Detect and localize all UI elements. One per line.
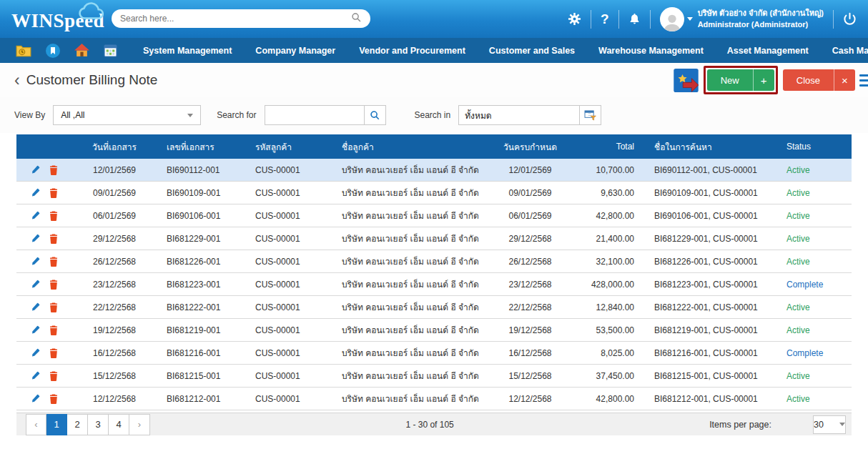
chevron-down-icon[interactable] <box>687 17 693 21</box>
nav-item-system-management[interactable]: System Management <box>143 46 232 56</box>
delete-trash-icon[interactable] <box>49 280 58 290</box>
search-in-input[interactable] <box>458 105 580 125</box>
cust-code-cell: CUS-00001 <box>248 165 332 175</box>
doc-date-cell: 06/01/2569 <box>72 211 157 221</box>
header-cust-code[interactable]: รหัสลูกค้า <box>248 140 332 154</box>
app-logo[interactable]: WINSpeed <box>11 0 119 38</box>
edit-pencil-icon[interactable] <box>31 188 40 197</box>
side-menu-hamburger-icon[interactable] <box>859 74 868 87</box>
table-row[interactable]: 22/12/2568 BI681222-001 CUS-00001 บริษัท… <box>16 296 852 319</box>
nav-item-company-manager[interactable]: Company Manager <box>255 46 335 56</box>
search-name-cell: BI681222-001, CUS-00001 <box>647 302 786 312</box>
nav-item-warehouse-management[interactable]: Warehouse Management <box>598 46 704 56</box>
user-avatar[interactable] <box>660 7 684 31</box>
page-button-1[interactable]: 1 <box>46 414 67 435</box>
table-row[interactable]: 12/12/2568 BI681212-001 CUS-00001 บริษัท… <box>16 388 852 410</box>
calendar-icon[interactable] <box>104 44 117 57</box>
prev-page-button[interactable]: ‹ <box>26 414 46 435</box>
doc-no-cell: BI681226-001 <box>157 257 248 267</box>
edit-pencil-icon[interactable] <box>31 394 40 403</box>
home-icon[interactable] <box>74 44 89 57</box>
cust-name-cell: บริษัท คอนเวเยอร์ เอ็ม แอนด์ อี จำกัด <box>332 209 493 222</box>
shortcut-flag-icon[interactable] <box>674 69 699 92</box>
table-row[interactable]: 06/01/2569 BI690106-001 CUS-00001 บริษัท… <box>16 204 852 227</box>
delete-trash-icon[interactable] <box>49 348 58 358</box>
edit-pencil-icon[interactable] <box>31 234 40 243</box>
header-doc-no[interactable]: เลขที่เอกสาร <box>157 140 248 154</box>
total-cell: 8,025.00 <box>567 348 647 358</box>
total-cell: 42,800.00 <box>567 394 647 404</box>
column-filter-icon[interactable] <box>580 105 601 125</box>
delete-trash-icon[interactable] <box>49 394 58 404</box>
status-badge: Active <box>786 394 852 404</box>
delete-trash-icon[interactable] <box>49 302 58 312</box>
table-row[interactable]: 15/12/2568 BI681215-001 CUS-00001 บริษัท… <box>16 365 852 388</box>
delete-trash-icon[interactable] <box>49 165 58 175</box>
settings-gear-icon[interactable] <box>568 12 581 26</box>
page-button-2[interactable]: 2 <box>67 414 88 435</box>
delete-trash-icon[interactable] <box>49 371 58 381</box>
table-row[interactable]: 26/12/2568 BI681226-001 CUS-00001 บริษัท… <box>16 250 852 273</box>
edit-pencil-icon[interactable] <box>31 280 40 289</box>
delete-trash-icon[interactable] <box>49 188 58 198</box>
nav-item-cash-management[interactable]: Cash Management <box>832 46 868 56</box>
cust-name-cell: บริษัท คอนเวเยอร์ เอ็ม แอนด์ อี จำกัด <box>332 186 493 199</box>
cust-name-cell: บริษัท คอนเวเยอร์ เอ็ม แอนด์ อี จำกัด <box>332 163 493 177</box>
total-cell: 37,450.00 <box>567 371 647 381</box>
quick-icons <box>16 44 117 58</box>
top-header-bar: WINSpeed ? <box>0 0 868 38</box>
global-search[interactable] <box>112 9 370 28</box>
nav-item-vendor-procurement[interactable]: Vendor and Procurement <box>359 46 465 56</box>
table-row[interactable]: 19/12/2568 BI681219-001 CUS-00001 บริษัท… <box>16 319 852 342</box>
header-due-date[interactable]: วันครบกำหนด <box>493 140 567 154</box>
new-button-label: New <box>707 69 753 91</box>
new-button[interactable]: New + <box>707 69 774 91</box>
cust-code-cell: CUS-00001 <box>248 325 332 335</box>
edit-pencil-icon[interactable] <box>31 302 40 312</box>
search-icon[interactable] <box>351 12 362 26</box>
new-plus-icon[interactable]: + <box>753 69 774 91</box>
page-actions: New + Close × <box>674 66 855 94</box>
delete-trash-icon[interactable] <box>49 211 58 221</box>
back-chevron-icon[interactable]: ‹ <box>14 72 20 89</box>
search-submit-icon[interactable] <box>365 105 386 125</box>
header-doc-date[interactable]: วันที่เอกสาร <box>72 140 157 154</box>
status-badge: Active <box>786 325 852 335</box>
nav-item-asset-management[interactable]: Asset Management <box>727 46 809 56</box>
recent-folder-icon[interactable] <box>16 44 31 57</box>
edit-pencil-icon[interactable] <box>31 348 40 357</box>
doc-no-cell: BI681229-001 <box>157 234 248 244</box>
delete-trash-icon[interactable] <box>49 257 58 267</box>
page-button-4[interactable]: 4 <box>109 414 129 435</box>
edit-pencil-icon[interactable] <box>31 257 40 266</box>
close-x-icon[interactable]: × <box>834 69 855 91</box>
edit-pencil-icon[interactable] <box>31 325 40 335</box>
table-row[interactable]: 23/12/2568 BI681223-001 CUS-00001 บริษัท… <box>16 273 852 296</box>
delete-trash-icon[interactable] <box>49 325 58 335</box>
edit-pencil-icon[interactable] <box>31 165 40 174</box>
edit-pencil-icon[interactable] <box>31 371 40 380</box>
next-page-button[interactable]: › <box>129 414 150 435</box>
help-icon[interactable]: ? <box>601 11 609 27</box>
search-for-input[interactable] <box>265 105 365 125</box>
view-by-select[interactable]: All ,All <box>53 105 201 125</box>
page-button-3[interactable]: 3 <box>88 414 109 435</box>
header-status[interactable]: Status <box>786 142 852 152</box>
close-button[interactable]: Close × <box>783 69 855 91</box>
bookmark-icon[interactable] <box>46 44 60 58</box>
delete-trash-icon[interactable] <box>49 234 58 244</box>
header-cust-name[interactable]: ชื่อลูกค้า <box>332 140 493 154</box>
nav-item-customer-sales[interactable]: Customer and Sales <box>489 46 575 56</box>
header-total[interactable]: Total <box>567 142 647 152</box>
cust-code-cell: CUS-00001 <box>248 188 332 198</box>
notifications-bell-icon[interactable] <box>628 13 641 25</box>
table-row[interactable]: 29/12/2568 BI681229-001 CUS-00001 บริษัท… <box>16 227 852 250</box>
items-per-page-select[interactable]: 30 <box>813 415 846 434</box>
logout-power-icon[interactable] <box>843 12 857 26</box>
table-row[interactable]: 09/01/2569 BI690109-001 CUS-00001 บริษัท… <box>16 182 852 204</box>
edit-pencil-icon[interactable] <box>31 211 40 220</box>
header-search-name[interactable]: ชื่อในการค้นหา <box>647 140 786 154</box>
table-row[interactable]: 12/01/2569 BI690112-001 CUS-00001 บริษัท… <box>16 159 852 182</box>
table-row[interactable]: 16/12/2568 BI681216-001 CUS-00001 บริษัท… <box>16 342 852 365</box>
global-search-input[interactable] <box>120 14 351 24</box>
